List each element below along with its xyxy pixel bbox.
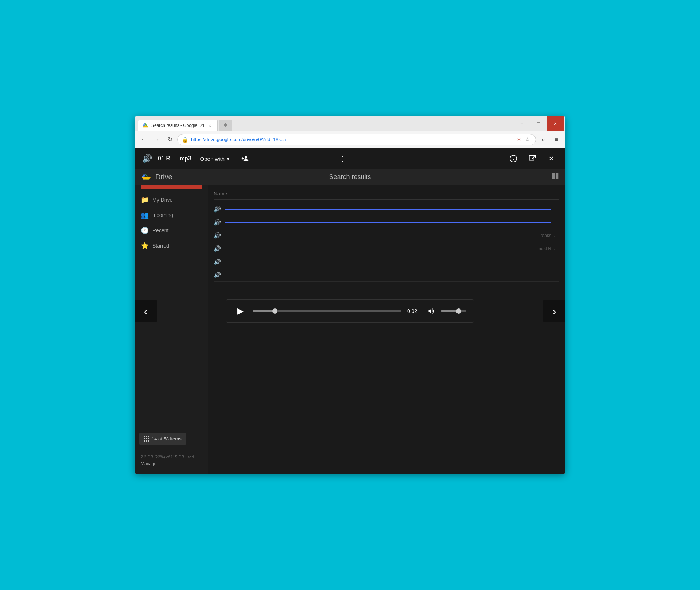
svg-rect-5: [224, 124, 228, 126]
audio-file-icon: 🔊: [142, 154, 152, 163]
volume-icon: [428, 307, 435, 315]
file-name-partial: reaks...: [541, 233, 559, 238]
drive-logo-area: Drive: [141, 172, 172, 182]
maximize-button[interactable]: □: [530, 116, 547, 131]
table-row[interactable]: 🔊 reaks...: [214, 229, 559, 242]
media-filename: 01 R ... .mp3: [158, 155, 191, 162]
play-icon: ▶: [237, 306, 244, 316]
open-with-dropdown-icon: ▾: [227, 155, 230, 162]
volume-thumb: [456, 308, 461, 314]
sidebar-item-starred[interactable]: ⭐ Starred: [135, 238, 208, 253]
extensions-button[interactable]: »: [537, 134, 549, 145]
title-bar: Search results - Google Dri × − □ ×: [135, 116, 565, 131]
audio-icon: 🔊: [214, 232, 221, 239]
grid-view-button[interactable]: [551, 172, 559, 182]
progress-bar[interactable]: [253, 310, 401, 312]
tab-title: Search results - Google Dri: [151, 123, 204, 128]
grid-icon: [144, 436, 149, 442]
drive-header-bar: Drive Search results: [135, 169, 565, 185]
browser-window: Search results - Google Dri × − □ × ← → …: [135, 116, 565, 474]
name-column-header: Name: [214, 191, 559, 200]
drive-file-list: Name 🔊 🔊 🔊 reaks... 🔊: [208, 185, 565, 474]
items-count-badge: 14 of 58 items: [139, 433, 186, 445]
volume-button[interactable]: [428, 307, 435, 315]
incoming-icon: 👥: [141, 211, 148, 219]
navigation-bar: ← → ↻ 🔒 https://drive.google.com/drive/u…: [135, 131, 565, 148]
sidebar-item-recent[interactable]: 🕐 Recent: [135, 223, 208, 238]
forward-button[interactable]: →: [151, 134, 163, 145]
audio-icon: 🔊: [214, 206, 221, 213]
main-content: 🔊 01 R ... .mp3 Open with ▾ ⋮: [135, 148, 565, 474]
file-name: [225, 209, 551, 210]
active-tab[interactable]: Search results - Google Dri ×: [138, 120, 218, 131]
starred-icon: ⭐: [141, 242, 148, 250]
sidebar-item-incoming[interactable]: 👥 Incoming: [135, 207, 208, 223]
recent-icon: 🕐: [141, 226, 148, 234]
open-with-button[interactable]: Open with ▾: [197, 154, 233, 163]
close-media-button[interactable]: ×: [545, 152, 558, 165]
search-results-label: Search results: [329, 173, 371, 181]
close-media-icon: ×: [549, 154, 554, 163]
info-icon: [509, 155, 517, 163]
ssl-icon: 🔒: [182, 137, 188, 143]
tab-area: Search results - Google Dri ×: [135, 116, 513, 131]
progress-thumb: [272, 308, 277, 314]
address-icons: ✕ ☆: [515, 136, 531, 143]
media-toolbar: 🔊 01 R ... .mp3 Open with ▾ ⋮: [135, 148, 565, 169]
audio-player: ▶ 0:02: [226, 299, 474, 323]
next-arrow-icon: ›: [552, 304, 556, 318]
file-name-partial: nest R...: [538, 246, 559, 251]
window-controls: − □ ×: [513, 116, 565, 131]
drive-logo-icon: [141, 172, 152, 182]
add-person-icon: [241, 155, 249, 162]
open-external-icon: [528, 155, 536, 163]
drive-logo-text: Drive: [155, 173, 172, 181]
play-button[interactable]: ▶: [234, 304, 247, 318]
audio-icon: 🔊: [214, 271, 221, 278]
table-row[interactable]: 🔊 nest R...: [214, 242, 559, 255]
tab-close-button[interactable]: ×: [207, 123, 213, 128]
info-button[interactable]: [507, 152, 520, 165]
volume-slider[interactable]: [441, 310, 466, 312]
my-drive-label: My Drive: [152, 197, 172, 203]
starred-label: Starred: [152, 243, 169, 249]
bookmark-icon[interactable]: ☆: [524, 136, 531, 143]
open-with-label: Open with: [200, 156, 225, 162]
add-person-button[interactable]: [238, 152, 252, 165]
recent-label: Recent: [152, 228, 168, 233]
manage-link[interactable]: Manage: [141, 461, 156, 466]
reload-button[interactable]: ↻: [164, 134, 176, 145]
more-options-button[interactable]: ⋮: [336, 152, 349, 165]
my-drive-icon: 📁: [141, 196, 148, 204]
chrome-menu-button[interactable]: ≡: [551, 134, 562, 145]
prev-arrow-button[interactable]: ‹: [135, 300, 157, 322]
table-row[interactable]: 🔊: [214, 255, 559, 268]
sidebar-item-my-drive[interactable]: 📁 My Drive: [135, 192, 208, 207]
incoming-label: Incoming: [152, 212, 173, 218]
back-button[interactable]: ←: [138, 134, 149, 145]
url-text: https://drive.google.com/drive/u/0/?rfd=…: [191, 137, 512, 142]
grid-view-icon: [551, 172, 559, 180]
audio-icon: 🔊: [214, 219, 221, 226]
new-tab-button[interactable]: [219, 120, 232, 131]
table-row[interactable]: 🔊: [214, 216, 559, 229]
next-arrow-button[interactable]: ›: [543, 300, 565, 322]
new-tab-icon: [223, 122, 229, 128]
progress-filled: [253, 310, 275, 312]
address-bar[interactable]: 🔒 https://drive.google.com/drive/u/0/?rf…: [177, 134, 536, 145]
stop-loading-icon[interactable]: ✕: [515, 136, 522, 143]
more-options-icon: ⋮: [339, 155, 346, 163]
open-external-button[interactable]: [526, 152, 539, 165]
table-row[interactable]: 🔊: [214, 268, 559, 282]
close-button[interactable]: ×: [547, 116, 564, 131]
audio-icon: 🔊: [214, 258, 221, 265]
tab-favicon: [143, 123, 148, 128]
minimize-button[interactable]: −: [513, 116, 530, 131]
audio-icon: 🔊: [214, 245, 221, 252]
storage-info: 2.2 GB (22%) of 115 GB used: [141, 455, 194, 459]
time-display: 0:02: [407, 308, 422, 314]
table-row[interactable]: 🔊: [214, 203, 559, 216]
file-name: [225, 222, 551, 223]
prev-arrow-icon: ‹: [144, 304, 148, 318]
items-count-text: 14 of 58 items: [152, 436, 182, 442]
